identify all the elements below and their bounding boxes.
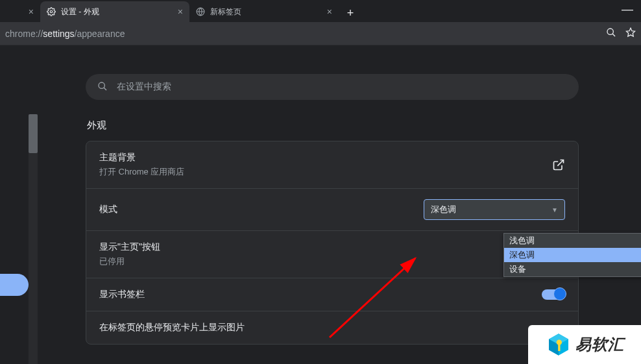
bookmarks-toggle[interactable] <box>542 289 565 300</box>
svg-line-7 <box>557 160 563 166</box>
svg-marker-4 <box>626 28 635 36</box>
window-minimize-button[interactable]: — <box>622 3 633 16</box>
sidebar-active-indicator[interactable] <box>0 274 29 296</box>
chevron-down-icon: ▼ <box>551 206 558 213</box>
tab-previous[interactable]: × <box>0 1 40 22</box>
tab-title: 设置 - 外观 <box>61 6 99 18</box>
settings-content: 在设置中搜索 外观 主题背景 打开 Chrome 应用商店 模式 深色调 ▼ <box>0 45 641 364</box>
tab-newtab-page[interactable]: 新标签页 × <box>189 1 339 22</box>
mode-option-device[interactable]: 设备 <box>504 262 641 276</box>
close-icon[interactable]: × <box>29 6 34 17</box>
svg-point-5 <box>99 82 104 88</box>
search-placeholder: 在设置中搜索 <box>117 81 171 93</box>
tab-settings-appearance[interactable]: 设置 - 外观 × <box>40 1 189 22</box>
svg-line-6 <box>104 88 106 90</box>
mode-option-light[interactable]: 浅色调 <box>504 234 641 248</box>
svg-point-2 <box>607 29 613 34</box>
mode-option-dark[interactable]: 深色调 <box>504 248 641 262</box>
bookmarks-title: 显示书签栏 <box>99 289 145 300</box>
home-subtitle: 已停用 <box>99 256 160 267</box>
svg-point-9 <box>556 340 561 345</box>
close-icon[interactable]: × <box>327 6 332 17</box>
address-bar-actions <box>606 27 636 40</box>
bookmark-star-icon[interactable] <box>625 27 636 40</box>
search-icon <box>97 81 108 93</box>
settings-search-input[interactable]: 在设置中搜索 <box>86 74 579 100</box>
zoom-icon[interactable] <box>606 27 616 40</box>
mode-select[interactable]: 深色调 ▼ <box>424 199 565 220</box>
watermark-logo: 易软汇 <box>528 325 641 364</box>
svg-point-0 <box>50 10 53 13</box>
watermark-text: 易软汇 <box>575 334 624 355</box>
mode-selected-value: 深色调 <box>431 204 456 215</box>
row-hover-preview[interactable]: 在标签页的悬停预览卡片上显示图片 <box>86 311 578 344</box>
hover-title: 在标签页的悬停预览卡片上显示图片 <box>99 322 245 334</box>
section-title-appearance: 外观 <box>87 119 640 132</box>
mode-dropdown[interactable]: 浅色调 深色调 设备 <box>503 233 641 277</box>
tab-title: 新标签页 <box>210 6 241 18</box>
scrollbar-thumb[interactable] <box>29 114 38 153</box>
row-bookmarks-bar[interactable]: 显示书签栏 <box>86 278 578 311</box>
browser-tabstrip: × 设置 - 外观 × 新标签页 × + — <box>0 0 641 22</box>
url-display: chrome://settings/appearance <box>5 29 606 39</box>
watermark-icon <box>546 332 572 358</box>
globe-icon <box>196 7 205 16</box>
gear-icon <box>47 7 56 16</box>
address-bar[interactable]: chrome://settings/appearance <box>0 22 641 45</box>
svg-line-3 <box>612 34 615 36</box>
theme-title: 主题背景 <box>99 152 184 164</box>
row-theme[interactable]: 主题背景 打开 Chrome 应用商店 <box>86 141 578 189</box>
svg-rect-10 <box>558 345 560 351</box>
toggle-knob <box>553 287 566 300</box>
row-mode: 模式 深色调 ▼ <box>86 189 578 231</box>
home-title: 显示"主页"按钮 <box>99 241 160 253</box>
mode-title: 模式 <box>99 204 117 215</box>
new-tab-button[interactable]: + <box>341 4 359 22</box>
theme-subtitle: 打开 Chrome 应用商店 <box>99 166 184 178</box>
open-external-icon[interactable] <box>552 158 565 171</box>
close-icon[interactable]: × <box>178 6 183 17</box>
